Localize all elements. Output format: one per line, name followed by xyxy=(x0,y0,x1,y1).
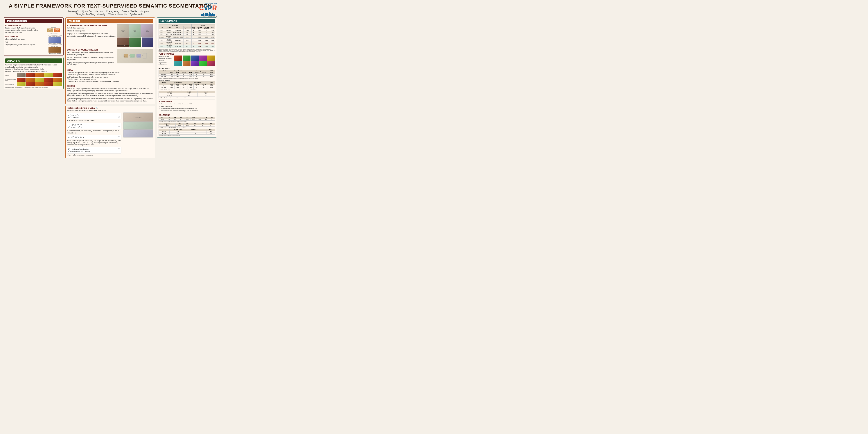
perf-img xyxy=(191,61,199,66)
formula-sort: f′(xi) = sort↓(f(xi)), g′(xi) = sort↓(g(… xyxy=(67,113,121,119)
svg-rect-6 xyxy=(207,13,208,16)
author-5: Osamu Yoshie xyxy=(122,10,137,13)
clip-diagram-holistic: Holisticalign xyxy=(117,24,129,37)
affiliation-2: Waseda University xyxy=(108,13,127,16)
table-row: ViT-S SimSeg (w/ LoDA) CC3&12M text ✓ 56… xyxy=(159,42,215,45)
performance-desc: Quantitative and qualitative results on … xyxy=(158,56,173,66)
sample-image-2 xyxy=(129,37,141,47)
formula-similarity: sij = 1/|Vfi| · 1/|VTj| · Σ ui · vj (4) xyxy=(67,135,121,139)
heatmap-cell xyxy=(44,73,53,77)
impl-diagram-1: LoDA diagram xyxy=(123,113,154,122)
introduction-section: Introduction Contribution Enable a vanil… xyxy=(4,18,64,56)
impl-text4: where the i-th image has feature V^f_i a… xyxy=(67,140,121,146)
heatmap-cell xyxy=(53,82,62,86)
impl-diagram-2: confidence score xyxy=(123,122,154,129)
loda-text: Preventing the optimization of CLIP from… xyxy=(67,72,154,83)
simseg-text2: (1) Categorical semantic segmentation. T… xyxy=(67,93,154,97)
table-row: ViT-S SimSeg (w/o LoDA) CC3&12M text ✓ 1… xyxy=(159,38,215,42)
main-comparison-table: pre-training transfer arch model dataset… xyxy=(158,24,215,48)
impl-diagram-3: combine masks xyxy=(123,130,154,138)
paper-title: A Simple Framework for Text-Supervised S… xyxy=(4,3,217,9)
svg-text:output: output xyxy=(144,56,146,56)
simseg-text3: (2) Combining categorical masks. Masks o… xyxy=(67,98,154,102)
bullet-1: large improvement xyxy=(161,105,215,108)
crf-table: PASCAL VOC PASCAL Context COCO w/o CRF 2… xyxy=(158,129,215,135)
loda-title: LoDA xyxy=(67,69,154,71)
sample-caption-1: the sunset Over xyxy=(117,45,129,47)
col-pretrain: pre-training xyxy=(159,24,191,26)
th-pascal-voc: PASCAL VOC xyxy=(196,26,203,29)
middle-column: Method Exploring a CLIP-based Segmentor … xyxy=(65,18,155,158)
motivation-vs: V.S. xyxy=(5,41,47,44)
heatmap-row-1 xyxy=(17,73,62,77)
heatmap-row-label-2: remove non-contextual words xyxy=(5,78,17,82)
table-row: w/ LoDA 78.894.397.5 61.885.090.9 507.7 xyxy=(159,76,215,77)
heatmap-cell xyxy=(17,82,26,86)
superiority-bullets: large improvement preserving the origina… xyxy=(158,105,215,112)
perf-img xyxy=(191,56,199,61)
align-diagram-1 xyxy=(49,37,61,43)
impl-title-text: Implementation Details of LoDA xyxy=(67,107,95,109)
svg-rect-10 xyxy=(211,14,212,16)
formula-tokens: vf = {f′(xi)m} ≤ CM · CT vT = {g′(xi)m} … xyxy=(67,123,121,129)
clip-diagram-cat: Cat.masks xyxy=(141,24,153,37)
image-text-pairs-label: image-text pairs xyxy=(45,32,62,34)
bullet-3: one-for-all model scheme with multiple z… xyxy=(161,110,215,112)
author-3: Hao Wu xyxy=(95,10,103,13)
table10-caption: Table 10. LoDA ablation of linear classi… xyxy=(158,97,215,98)
mscoco-table-title: MSCOCO Retrieval xyxy=(158,80,215,81)
table7-caption: Table 7. The LoDA ablation results of ze… xyxy=(158,89,215,90)
formula-loss: Lf = −1/b Σ log exp(sij/τ) / Σ exp(sij/τ… xyxy=(67,147,121,153)
th-dataset: dataset xyxy=(173,26,183,29)
flickr-table: method image-to-text text-to-image RSUM … xyxy=(158,70,215,77)
svg-rect-13 xyxy=(214,15,215,16)
svg-text:zero-shot: zero-shot xyxy=(131,56,134,57)
th-pascal-ctx: PASCAL Context xyxy=(203,26,210,29)
authors-list: Muyang Yi Quan Cui Hao Wu Cheng Yang Osa… xyxy=(4,10,217,13)
simseg-text1: SimSeg is a simple segmentation framewor… xyxy=(67,88,154,92)
author-4: Cheng Yang xyxy=(106,10,119,13)
contribution-title: Contribution xyxy=(5,24,62,26)
heatmap-row-3 xyxy=(17,82,62,86)
summary-point-2: [Middle]: The model is zero-shot transfe… xyxy=(67,57,116,61)
heatmap-cell xyxy=(35,73,44,77)
impl-content: f′(xi) = sort↓(f(xi)), g′(xi) = sort↓(g(… xyxy=(67,113,154,157)
table-row: ViT-S DINO [6] CC3&12M+YFCC self ✗ 37.6 … xyxy=(159,31,215,33)
table-row: mIoU 51.053.055.1 56.657.157.8 56.451.7 xyxy=(159,119,215,121)
loda-ablation-table: method Acc@1 Acc@5 w/o LoDA 64.6 87.3 xyxy=(158,91,215,97)
table-row: w/ CRF 56.6 25.8 27.2 xyxy=(159,133,215,135)
table-row: w/o LoDA 49.975.783.9 34.460.971.6 376.3 xyxy=(159,85,215,87)
cvpr-badge: JUNE 18-22, 2023 CVPR xyxy=(199,3,217,17)
affiliation-1: Shanghai Jiao Tong University xyxy=(76,13,105,16)
image-encoder-box: ImageEncoder xyxy=(54,28,60,32)
analysis-text: We reveal the problems of a vanilla CLIP… xyxy=(5,64,62,73)
perf-img xyxy=(199,61,207,66)
perf-img xyxy=(207,56,215,61)
summary-point-1: [Left]: The model is pre-trained via loc… xyxy=(67,52,116,56)
clip-point-1: [Left]: Holistic alignment. xyxy=(67,27,116,29)
table-row: w/o LoDA 64.6 87.3 xyxy=(159,93,215,95)
impl-text2: Next we select the tokens at the forefro… xyxy=(67,120,121,122)
heatmap-cell xyxy=(53,78,62,82)
cvpr-location: VANCOUVER, CANADA xyxy=(199,16,217,17)
clip-diagram-area: Holisticalign Densealign Cat.masks the s… xyxy=(117,24,154,47)
superiority-desc: SimSeg maintains the retrieval ability o… xyxy=(158,103,215,105)
resolution-table: image size 224288336 384448 mIoU 55.956.… xyxy=(158,123,215,127)
perf-img xyxy=(199,56,207,61)
experiment-header: Experiment xyxy=(158,19,215,23)
align-caption-2: a dog running in the water xyxy=(49,53,61,54)
heatmap-cell xyxy=(26,78,34,82)
table-row: ViT-S DeiT [39] ImageNet class ✗ 53.0 - … xyxy=(159,29,215,31)
mscoco-table: method image-to-text text-to-image RSUM … xyxy=(158,81,215,89)
table6-caption: Table 6. The LoDA ablation results of ze… xyxy=(158,78,215,79)
perf-img xyxy=(174,56,182,61)
loda-section: LoDA Preventing the optimization of CLIP… xyxy=(67,69,154,83)
implementation-title: Implementation Details of LoDA 🔍 xyxy=(67,107,154,109)
clip-section: Exploring a CLIP-based Segmentor [Left]:… xyxy=(67,24,154,47)
svg-rect-11 xyxy=(212,13,213,16)
table5-caption: Table 5. Comparisons with state-of-the-a… xyxy=(158,49,215,52)
threshold-table: x/d 0.250.50.75 1.01.251.5 1.752.0 mIoU … xyxy=(158,117,215,121)
author-2: Quan Cui xyxy=(82,10,92,13)
heatmap-row-2 xyxy=(17,78,62,82)
method-section: Method Exploring a CLIP-based Segmentor … xyxy=(65,18,155,104)
